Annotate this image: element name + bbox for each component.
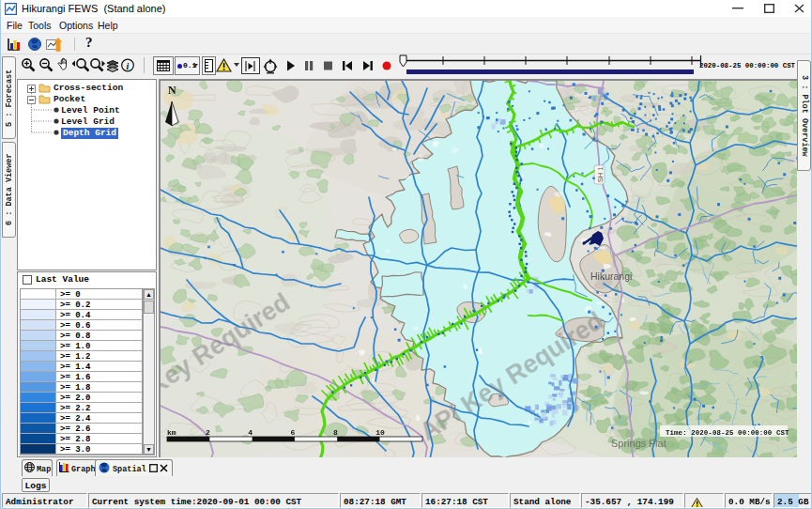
svg-text:10: 10 [375, 428, 385, 437]
svg-text:N: N [168, 84, 176, 97]
svg-text:Springs Flat: Springs Flat [611, 438, 666, 449]
svg-text:Hikurangi: Hikurangi [590, 270, 632, 282]
svg-text:4: 4 [248, 428, 253, 437]
svg-text:8: 8 [333, 428, 338, 437]
svg-text:6: 6 [291, 428, 296, 437]
svg-text:2: 2 [206, 428, 210, 437]
svg-text:km: km [167, 428, 176, 437]
svg-text:i: i [127, 61, 130, 71]
svg-text:Time: 2020-08-25 00:00:00 CST: Time: 2020-08-25 00:00:00 CST [666, 429, 789, 437]
svg-text:SH 1: SH 1 [596, 167, 605, 183]
